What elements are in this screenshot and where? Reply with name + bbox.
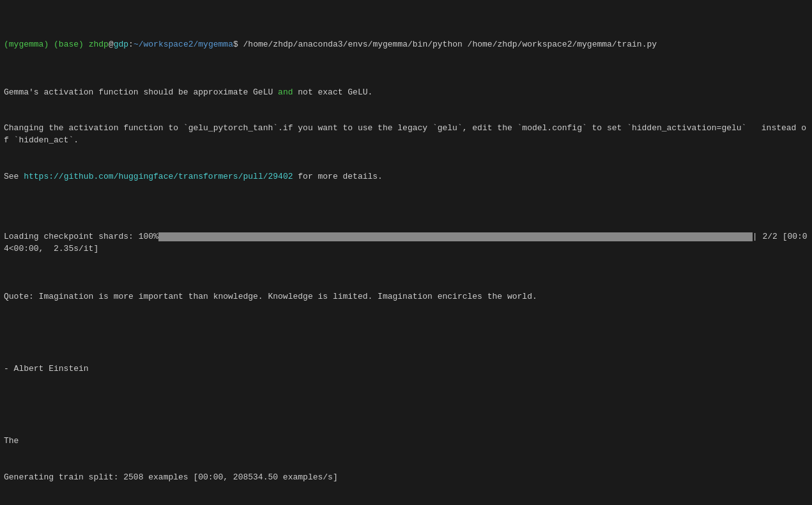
the-line: The [4,435,808,448]
url-link: https://github.com/huggingface/transform… [24,172,293,181]
blank-line-1 [4,328,808,340]
colon: : [128,40,134,49]
at-symbol: @ [109,40,114,49]
username: zhdp [89,40,109,49]
hostname: gdp [114,40,128,49]
output-line-3: See https://github.com/huggingface/trans… [4,171,808,183]
base-label: (base) [54,40,84,49]
output-line-1: Gemma's activation function should be ap… [4,87,808,99]
dollar-sign: $ [233,40,238,49]
author-line-1: - Albert Einstein [4,363,808,375]
current-path: ~/workspace2/mygemma [134,40,233,49]
loading-checkpoint-line: Loading checkpoint shards: 100%| 2/2 [00… [4,231,808,255]
output-line-2: Changing the activation function to `gel… [4,123,808,147]
command-text: /home/zhdp/anaconda3/envs/mygemma/bin/py… [243,40,657,49]
generating-line: Generating train split: 2508 examples [0… [4,472,808,484]
blank-line-2 [4,400,808,412]
quote-line-1: Quote: Imagination is more important tha… [4,291,808,303]
terminal: (mygemma) (base) zhdp@gdp:~/workspace2/m… [0,0,812,505]
env-label: (mygemma) [4,40,49,49]
prompt-line: (mygemma) (base) zhdp@gdp:~/workspace2/m… [4,39,808,51]
